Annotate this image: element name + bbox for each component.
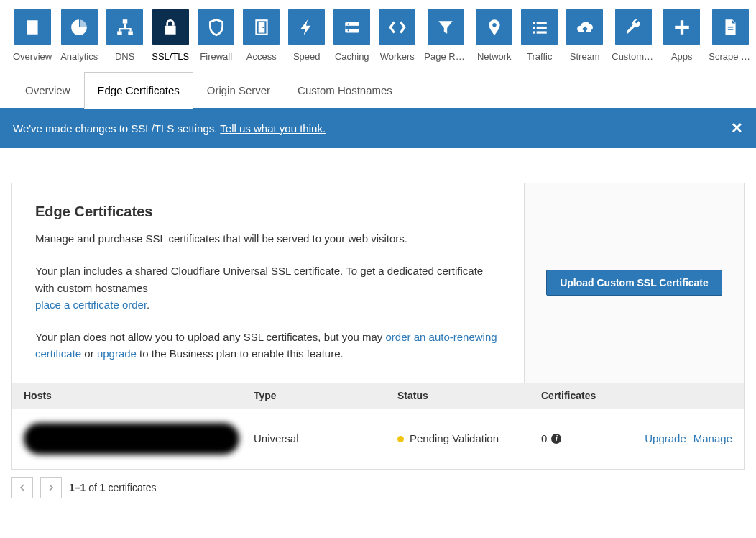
cell-certs: 0 i Upgrade Manage bbox=[541, 432, 732, 444]
card-p3: Your plan does not allow you to upload a… bbox=[35, 329, 501, 363]
nav-label: Page Rules bbox=[424, 51, 467, 62]
nav-label: Custom P… bbox=[612, 51, 655, 62]
card-actions: Upload Custom SSL Certificate bbox=[524, 183, 744, 383]
cell-status: Pending Validation bbox=[397, 432, 541, 444]
nav-label: Overview bbox=[13, 51, 52, 62]
nav-label: Firewall bbox=[200, 51, 232, 62]
upgrade-link[interactable]: upgrade bbox=[97, 347, 137, 360]
th-status: Status bbox=[397, 390, 541, 401]
nav-caching[interactable]: Caching bbox=[333, 9, 370, 62]
lock-icon bbox=[152, 9, 189, 45]
notice-banner: We've made changes to SSL/TLS settings. … bbox=[0, 108, 756, 148]
nav-label: Apps bbox=[671, 51, 693, 62]
pagination: 1–1 of 1 certificates bbox=[11, 477, 745, 498]
plus-icon bbox=[663, 9, 700, 45]
close-icon[interactable]: ✕ bbox=[731, 119, 743, 137]
brackets-icon bbox=[379, 9, 415, 45]
nav-workers[interactable]: Workers bbox=[379, 9, 415, 62]
tab-custom-hostnames[interactable]: Custom Hostnames bbox=[284, 72, 406, 109]
nav-traffic[interactable]: Traffic bbox=[521, 9, 558, 62]
nav-label: Speed bbox=[293, 51, 321, 62]
th-certs: Certificates bbox=[541, 390, 732, 401]
svg-rect-16 bbox=[533, 31, 535, 33]
list-icon bbox=[521, 9, 558, 45]
card-body: Edge Certificates Manage and purchase SS… bbox=[12, 183, 744, 383]
svg-rect-14 bbox=[533, 26, 535, 28]
nav-label: Workers bbox=[380, 51, 415, 62]
th-type: Type bbox=[254, 390, 397, 401]
th-hosts: Hosts bbox=[24, 390, 254, 401]
nav-speed[interactable]: Speed bbox=[288, 9, 325, 62]
upgrade-action[interactable]: Upgrade bbox=[645, 432, 686, 444]
chevron-left-icon bbox=[19, 484, 26, 491]
doc-icon bbox=[14, 9, 51, 45]
card-description: Edge Certificates Manage and purchase SS… bbox=[12, 183, 524, 383]
card-p2: Your plan includes a shared Cloudflare U… bbox=[35, 263, 501, 313]
status-dot-icon bbox=[397, 436, 404, 442]
svg-rect-15 bbox=[536, 26, 546, 28]
svg-rect-17 bbox=[536, 31, 546, 33]
nav-apps[interactable]: Apps bbox=[663, 9, 700, 62]
svg-rect-21 bbox=[728, 29, 734, 30]
card-title: Edge Certificates bbox=[35, 204, 501, 220]
svg-point-10 bbox=[347, 29, 349, 31]
svg-point-9 bbox=[347, 23, 349, 24]
bolt-icon bbox=[288, 9, 325, 45]
svg-rect-20 bbox=[728, 26, 734, 27]
sitemap-icon bbox=[106, 9, 143, 45]
nav-label: Scrape S… bbox=[709, 51, 752, 62]
nav-dns[interactable]: DNS bbox=[106, 9, 143, 62]
banner-content: We've made changes to SSL/TLS settings. … bbox=[13, 122, 326, 134]
door-icon bbox=[243, 9, 280, 45]
svg-point-6 bbox=[262, 26, 264, 27]
nav-ssltls[interactable]: SSL/TLS bbox=[152, 9, 189, 62]
nav-customp[interactable]: Custom P… bbox=[612, 9, 655, 62]
svg-rect-3 bbox=[165, 25, 176, 34]
pin-icon bbox=[476, 9, 512, 45]
tab-edge-certificates[interactable]: Edge Certificates bbox=[84, 72, 193, 109]
nav-analytics[interactable]: Analytics bbox=[60, 9, 98, 62]
pagination-text: 1–1 of 1 certificates bbox=[69, 482, 156, 493]
cell-type: Universal bbox=[254, 432, 397, 444]
card-p1: Manage and purchase SSL certificates tha… bbox=[35, 230, 501, 247]
svg-rect-8 bbox=[345, 25, 359, 28]
shield-icon bbox=[198, 9, 234, 45]
svg-rect-0 bbox=[122, 19, 127, 23]
subnav-tabs: OverviewEdge CertificatesOrigin ServerCu… bbox=[11, 72, 745, 109]
nav-firewall[interactable]: Firewall bbox=[198, 9, 234, 62]
svg-rect-13 bbox=[536, 22, 546, 24]
pie-icon bbox=[61, 9, 98, 45]
server-icon bbox=[333, 9, 370, 45]
banner-link[interactable]: Tell us what you think. bbox=[220, 122, 326, 134]
info-icon[interactable]: i bbox=[551, 434, 561, 444]
nav-network[interactable]: Network bbox=[476, 9, 512, 62]
nav-label: Analytics bbox=[60, 51, 98, 62]
page-icon bbox=[712, 9, 749, 45]
svg-rect-12 bbox=[533, 22, 535, 24]
table-header: Hosts Type Status Certificates bbox=[12, 383, 744, 409]
place-order-link[interactable]: place a certificate order bbox=[35, 298, 147, 311]
next-page-button[interactable] bbox=[40, 477, 62, 498]
nav-label: DNS bbox=[115, 51, 134, 62]
nav-label: SSL/TLS bbox=[152, 51, 189, 62]
svg-rect-2 bbox=[128, 31, 133, 35]
chevron-right-icon bbox=[47, 484, 55, 491]
nav-scrapes[interactable]: Scrape S… bbox=[709, 9, 752, 62]
tab-overview[interactable]: Overview bbox=[11, 72, 84, 109]
cell-hosts bbox=[24, 423, 254, 455]
prev-page-button[interactable] bbox=[11, 477, 33, 498]
upload-certificate-button[interactable]: Upload Custom SSL Certificate bbox=[546, 270, 722, 296]
nav-pagerules[interactable]: Page Rules bbox=[424, 9, 467, 62]
top-nav: OverviewAnalyticsDNSSSL/TLSFirewallAcces… bbox=[0, 0, 756, 62]
svg-rect-19 bbox=[675, 25, 689, 28]
nav-overview[interactable]: Overview bbox=[13, 9, 52, 62]
nav-label: Traffic bbox=[527, 51, 552, 62]
nav-label: Caching bbox=[335, 51, 369, 62]
nav-stream[interactable]: Stream bbox=[566, 9, 603, 62]
manage-action[interactable]: Manage bbox=[693, 432, 732, 444]
svg-point-11 bbox=[492, 23, 496, 27]
svg-rect-1 bbox=[117, 31, 122, 35]
tab-origin-server[interactable]: Origin Server bbox=[193, 72, 284, 109]
nav-access[interactable]: Access bbox=[243, 9, 280, 62]
wrench-icon bbox=[615, 9, 652, 45]
